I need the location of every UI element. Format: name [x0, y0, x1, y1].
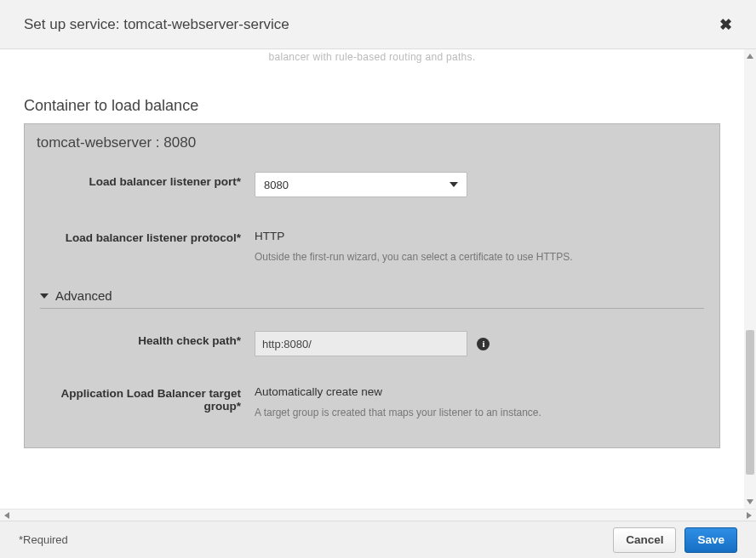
- required-note: *Required: [19, 533, 68, 546]
- advanced-label: Advanced: [55, 288, 112, 303]
- vertical-scrollbar[interactable]: [744, 49, 756, 509]
- scroll-thumb[interactable]: [746, 330, 754, 475]
- horizontal-scrollbar[interactable]: [0, 509, 756, 521]
- close-icon[interactable]: ✖: [719, 15, 732, 34]
- body-scroll-area[interactable]: balancer with rule-based routing and pat…: [0, 49, 744, 509]
- scroll-left-icon[interactable]: [4, 512, 9, 519]
- health-check-row: Health check path* i: [25, 326, 719, 362]
- listener-protocol-row: Load balancer listener protocol* HTTP Ou…: [25, 223, 719, 268]
- modal-title: Set up service: tomcat-webserver-service: [24, 16, 289, 33]
- listener-protocol-label: Load balancer listener protocol*: [37, 228, 255, 244]
- target-group-hint: A target group is created that maps your…: [255, 407, 707, 418]
- health-check-label: Health check path*: [37, 331, 255, 347]
- advanced-toggle[interactable]: Advanced: [40, 288, 704, 309]
- target-group-row: Application Load Balancer target group* …: [25, 379, 719, 447]
- chevron-down-icon: [450, 182, 458, 187]
- listener-port-row: Load balancer listener port* 8080: [25, 167, 719, 202]
- listener-port-select[interactable]: 8080: [255, 172, 467, 197]
- caret-down-icon: [40, 293, 49, 299]
- modal-body: balancer with rule-based routing and pat…: [0, 49, 756, 509]
- listener-port-label: Load balancer listener port*: [37, 172, 255, 188]
- truncated-text-above: balancer with rule-based routing and pat…: [0, 49, 744, 71]
- section-title: Container to load balance: [24, 97, 744, 115]
- listener-port-value: 8080: [264, 179, 289, 191]
- listener-protocol-value: HTTP: [255, 228, 707, 242]
- listener-protocol-hint: Outside the first-run wizard, you can se…: [255, 251, 707, 263]
- panel-title: tomcat-webserver : 8080: [25, 124, 719, 167]
- modal-header: Set up service: tomcat-webserver-service…: [0, 0, 756, 49]
- target-group-label: Application Load Balancer target group*: [37, 384, 255, 413]
- container-panel: tomcat-webserver : 8080 Load balancer li…: [24, 123, 720, 448]
- modal-footer: *Required Cancel Save: [0, 521, 756, 558]
- save-button[interactable]: Save: [684, 527, 737, 553]
- scroll-down-icon[interactable]: [747, 499, 753, 504]
- scroll-right-icon[interactable]: [747, 512, 752, 519]
- footer-buttons: Cancel Save: [613, 527, 737, 553]
- info-icon[interactable]: i: [477, 338, 490, 350]
- cancel-button[interactable]: Cancel: [613, 527, 676, 553]
- scroll-up-icon[interactable]: [747, 54, 753, 59]
- target-group-value: Automatically create new: [255, 384, 707, 398]
- health-check-input[interactable]: [255, 331, 467, 356]
